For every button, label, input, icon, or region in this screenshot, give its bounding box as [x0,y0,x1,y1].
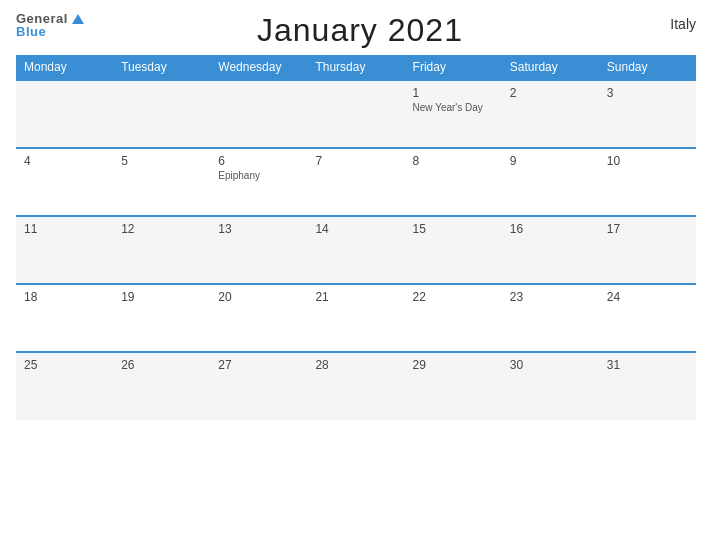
day-cell-2-0: 11 [16,216,113,284]
day-cell-0-4: 1New Year's Day [405,80,502,148]
day-cell-3-5: 23 [502,284,599,352]
day-number: 18 [24,290,105,304]
day-cell-3-3: 21 [307,284,404,352]
col-sunday: Sunday [599,55,696,80]
day-cell-0-0 [16,80,113,148]
day-number: 11 [24,222,105,236]
col-monday: Monday [16,55,113,80]
day-number: 21 [315,290,396,304]
day-number: 31 [607,358,688,372]
country-label: Italy [636,12,696,32]
day-number: 1 [413,86,494,100]
day-number: 28 [315,358,396,372]
day-cell-4-4: 29 [405,352,502,420]
day-number: 20 [218,290,299,304]
day-number: 2 [510,86,591,100]
holiday-name: Epiphany [218,170,299,181]
day-cell-2-4: 15 [405,216,502,284]
day-cell-0-1 [113,80,210,148]
week-row-2: 456Epiphany78910 [16,148,696,216]
day-cell-2-5: 16 [502,216,599,284]
page: General Blue January 2021 Italy Monday T… [0,0,712,550]
logo: General Blue [16,12,84,38]
day-cell-3-1: 19 [113,284,210,352]
day-number: 10 [607,154,688,168]
day-cell-3-4: 22 [405,284,502,352]
day-cell-3-2: 20 [210,284,307,352]
day-number: 5 [121,154,202,168]
day-number: 26 [121,358,202,372]
day-cell-1-1: 5 [113,148,210,216]
day-cell-2-2: 13 [210,216,307,284]
day-cell-2-1: 12 [113,216,210,284]
col-saturday: Saturday [502,55,599,80]
col-tuesday: Tuesday [113,55,210,80]
day-cell-4-3: 28 [307,352,404,420]
week-row-5: 25262728293031 [16,352,696,420]
day-cell-4-5: 30 [502,352,599,420]
calendar-table: Monday Tuesday Wednesday Thursday Friday… [16,55,696,420]
logo-blue-text: Blue [16,25,46,38]
day-cell-3-0: 18 [16,284,113,352]
day-cell-0-2 [210,80,307,148]
day-cell-1-3: 7 [307,148,404,216]
day-cell-4-2: 27 [210,352,307,420]
day-number: 17 [607,222,688,236]
day-number: 22 [413,290,494,304]
day-number: 7 [315,154,396,168]
week-row-1: 1New Year's Day23 [16,80,696,148]
holiday-name: New Year's Day [413,102,494,113]
day-cell-1-4: 8 [405,148,502,216]
day-number: 30 [510,358,591,372]
day-number: 9 [510,154,591,168]
day-number: 8 [413,154,494,168]
calendar-header-row: Monday Tuesday Wednesday Thursday Friday… [16,55,696,80]
day-number: 12 [121,222,202,236]
day-number: 25 [24,358,105,372]
day-cell-1-5: 9 [502,148,599,216]
day-cell-3-6: 24 [599,284,696,352]
logo-triangle-icon [72,14,84,24]
day-cell-4-6: 31 [599,352,696,420]
col-thursday: Thursday [307,55,404,80]
header: General Blue January 2021 Italy [16,12,696,49]
calendar-title: January 2021 [84,12,636,49]
day-cell-0-6: 3 [599,80,696,148]
day-number: 27 [218,358,299,372]
day-cell-1-2: 6Epiphany [210,148,307,216]
day-cell-2-6: 17 [599,216,696,284]
day-number: 13 [218,222,299,236]
col-wednesday: Wednesday [210,55,307,80]
day-cell-2-3: 14 [307,216,404,284]
day-number: 19 [121,290,202,304]
day-number: 4 [24,154,105,168]
day-cell-0-5: 2 [502,80,599,148]
day-cell-0-3 [307,80,404,148]
day-cell-4-0: 25 [16,352,113,420]
day-cell-4-1: 26 [113,352,210,420]
day-cell-1-6: 10 [599,148,696,216]
day-number: 3 [607,86,688,100]
title-area: January 2021 [84,12,636,49]
day-number: 24 [607,290,688,304]
col-friday: Friday [405,55,502,80]
day-number: 15 [413,222,494,236]
week-row-4: 18192021222324 [16,284,696,352]
week-row-3: 11121314151617 [16,216,696,284]
day-number: 6 [218,154,299,168]
day-number: 16 [510,222,591,236]
day-number: 14 [315,222,396,236]
day-cell-1-0: 4 [16,148,113,216]
day-number: 23 [510,290,591,304]
day-number: 29 [413,358,494,372]
